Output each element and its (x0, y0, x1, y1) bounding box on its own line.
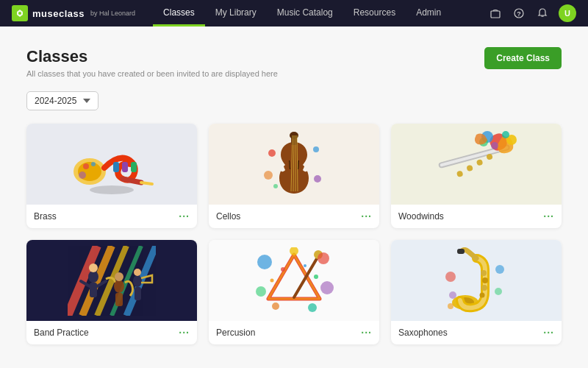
card-footer-saxophones: Saxophones ··· (391, 321, 562, 344)
class-card-band-practice[interactable]: Band Practice ··· (26, 240, 197, 344)
svg-marker-50 (268, 255, 320, 299)
class-card-percussion[interactable]: Percusion ··· (209, 240, 379, 344)
card-name-saxophones: Saxophones (398, 328, 448, 338)
svg-rect-43 (90, 283, 97, 297)
card-name-brass: Brass (34, 211, 57, 222)
svg-point-19 (268, 149, 276, 157)
card-menu-woodwinds[interactable]: ··· (543, 210, 554, 222)
card-footer-brass: Brass ··· (26, 205, 197, 228)
class-image-cellos (209, 124, 379, 205)
svg-point-61 (281, 267, 285, 272)
svg-point-63 (270, 279, 274, 283)
main-content: Classes All classes that you have create… (0, 26, 588, 368)
create-class-button[interactable]: Create Class (484, 47, 562, 69)
svg-rect-71 (457, 249, 465, 254)
brand: museclass by Hal Leonard (12, 5, 135, 21)
year-select[interactable]: 2024-2025 2023-2024 2025-2026 (26, 91, 98, 110)
brand-sub: by Hal Leonard (90, 10, 135, 17)
svg-point-55 (318, 252, 329, 264)
class-image-woodwinds (391, 124, 562, 205)
svg-point-47 (133, 275, 142, 287)
svg-point-21 (264, 171, 273, 180)
card-menu-saxophones[interactable]: ··· (543, 327, 554, 339)
class-card-saxophones[interactable]: Saxophones ··· (391, 240, 562, 344)
svg-point-57 (320, 281, 334, 294)
svg-rect-49 (135, 287, 141, 300)
class-card-cellos[interactable]: Cellos ··· (209, 124, 379, 228)
svg-point-70 (480, 293, 485, 298)
nav-classes[interactable]: Classes (153, 0, 205, 26)
svg-point-64 (314, 275, 318, 279)
shop-icon[interactable] (488, 6, 503, 21)
svg-point-59 (272, 302, 279, 310)
card-menu-percussion[interactable]: ··· (361, 327, 372, 339)
card-footer-percussion: Percusion ··· (209, 321, 379, 344)
svg-point-41 (88, 271, 98, 283)
page-title: Classes (26, 47, 278, 66)
nav-right: ? U (488, 4, 576, 22)
card-footer-cellos: Cellos ··· (209, 205, 379, 228)
svg-point-22 (314, 175, 321, 183)
notifications-icon[interactable] (535, 6, 550, 21)
card-footer-band-practice: Band Practice ··· (26, 321, 197, 344)
svg-rect-46 (115, 293, 123, 306)
nav-music-catalog[interactable]: Music Catalog (267, 0, 343, 26)
svg-point-48 (134, 269, 141, 276)
svg-point-73 (495, 265, 504, 274)
svg-rect-9 (131, 162, 137, 172)
svg-point-44 (114, 280, 124, 293)
svg-point-27 (466, 165, 473, 172)
svg-point-54 (257, 255, 272, 269)
svg-point-28 (476, 159, 484, 166)
svg-rect-7 (113, 162, 119, 172)
classes-grid: Brass ··· (26, 124, 562, 344)
svg-marker-51 (268, 255, 320, 299)
help-icon[interactable]: ? (512, 6, 526, 21)
page-header: Classes All classes that you have create… (26, 47, 562, 78)
svg-point-76 (448, 303, 453, 309)
nav-links: Classes My Library Music Catalog Resourc… (153, 0, 488, 26)
class-card-brass[interactable]: Brass ··· (26, 124, 197, 228)
svg-point-32 (491, 142, 498, 149)
svg-point-4 (90, 185, 134, 194)
svg-point-75 (495, 288, 502, 295)
svg-point-20 (313, 146, 319, 152)
card-footer-woodwinds: Woodwinds ··· (391, 205, 562, 228)
user-avatar[interactable]: U (559, 4, 576, 22)
nav-my-library[interactable]: My Library (205, 0, 267, 26)
svg-point-34 (502, 131, 509, 138)
svg-point-11 (91, 162, 96, 166)
svg-rect-8 (122, 162, 128, 172)
svg-point-10 (83, 163, 89, 169)
navbar: museclass by Hal Leonard Classes My Libr… (0, 0, 588, 26)
nav-resources[interactable]: Resources (343, 0, 406, 26)
svg-point-69 (481, 285, 487, 291)
svg-point-26 (456, 170, 464, 177)
svg-point-0 (18, 12, 21, 15)
class-image-percussion (209, 240, 379, 321)
page-subtitle: All classes that you have created or bee… (26, 69, 278, 78)
svg-point-62 (304, 264, 306, 267)
svg-point-45 (115, 272, 123, 281)
card-name-percussion: Percusion (216, 328, 255, 338)
svg-rect-1 (491, 11, 500, 18)
class-card-woodwinds[interactable]: Woodwinds ··· (391, 124, 562, 228)
card-menu-cellos[interactable]: ··· (361, 210, 372, 222)
svg-point-60 (308, 303, 317, 312)
svg-point-42 (89, 263, 98, 272)
brand-name: museclass (32, 8, 85, 19)
card-name-cellos: Cellos (216, 211, 240, 222)
nav-admin[interactable]: Admin (406, 0, 451, 26)
class-image-saxophones (391, 240, 562, 321)
class-image-band-practice (26, 240, 197, 321)
card-menu-brass[interactable]: ··· (179, 210, 190, 222)
class-image-brass (26, 124, 197, 205)
card-name-woodwinds: Woodwinds (398, 211, 444, 222)
svg-text:?: ? (517, 10, 521, 18)
svg-point-12 (79, 171, 86, 179)
svg-point-23 (273, 184, 278, 188)
card-menu-band-practice[interactable]: ··· (179, 327, 190, 339)
card-name-band-practice: Band Practice (34, 328, 89, 338)
svg-point-58 (290, 247, 298, 255)
svg-point-74 (449, 291, 456, 299)
